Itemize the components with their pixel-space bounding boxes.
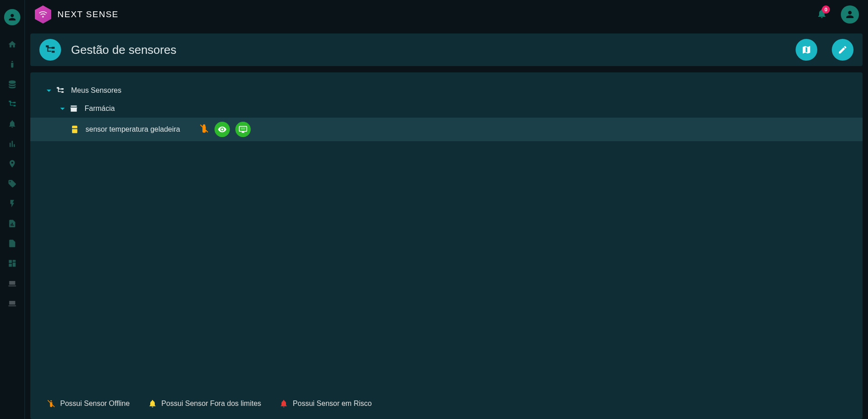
home-icon: [8, 40, 17, 49]
map-button[interactable]: [796, 39, 817, 61]
legend-offline: Possui Sensor Offline: [47, 399, 130, 408]
sidebar-item-device2[interactable]: [3, 294, 21, 312]
sidebar: [0, 0, 25, 419]
bar-chart-icon: [8, 139, 17, 148]
sidebar-item-database[interactable]: [3, 75, 21, 93]
legend-out-of-limits-label: Possui Sensor Fora dos limites: [162, 400, 262, 408]
sidebar-item-bolt[interactable]: [3, 195, 21, 213]
view-sensor-button[interactable]: [215, 122, 230, 137]
legend-out-of-limits: Possui Sensor Fora dos limites: [148, 399, 262, 408]
sidebar-item-tag[interactable]: [3, 175, 21, 193]
tree-group-label: Farmácia: [85, 105, 115, 113]
database-icon: [8, 80, 17, 89]
tree-icon: [8, 100, 17, 109]
tree-node-icon: [56, 86, 65, 95]
brand-logo[interactable]: [34, 5, 52, 24]
tree-sensor-row[interactable]: sensor temperatura geladeira: [30, 118, 863, 141]
sidebar-item-tree[interactable]: [3, 95, 21, 113]
pencil-icon: [838, 45, 848, 55]
bell-icon: [148, 399, 157, 408]
person-icon: [844, 9, 855, 20]
topbar: NEXT SENSE 0: [25, 0, 868, 29]
tag-icon: [8, 179, 17, 188]
edit-button[interactable]: [832, 39, 854, 61]
sidebar-item-remote[interactable]: [3, 55, 21, 73]
caret-down-icon: [47, 90, 51, 92]
bell-icon: [279, 399, 288, 408]
sidebar-item-location[interactable]: [3, 155, 21, 173]
tree-root-label: Meus Sensores: [71, 86, 121, 95]
sidebar-item-file-chart[interactable]: [3, 214, 21, 233]
remote-icon: [8, 60, 17, 69]
legend-at-risk: Possui Sensor em Risco: [279, 399, 372, 408]
eye-icon: [218, 125, 227, 134]
tree-sensor-label: sensor temperatura geladeira: [86, 125, 180, 133]
page-title: Gestão de sensores: [71, 43, 176, 57]
bell-icon: [8, 119, 17, 129]
map-icon: [801, 45, 811, 55]
file-chart-icon: [8, 219, 17, 228]
brand-text: NEXT SENSE: [57, 10, 119, 19]
legend-at-risk-label: Possui Sensor em Risco: [293, 400, 372, 408]
user-menu-button[interactable]: [841, 5, 859, 24]
sidebar-item-bell[interactable]: [3, 115, 21, 133]
sensor-offline-icon: [199, 124, 209, 135]
sidebar-avatar[interactable]: [4, 9, 20, 25]
monitor-icon: [238, 125, 248, 134]
sensor-offline-icon: [47, 399, 56, 408]
fridge-icon: [70, 125, 79, 134]
device-icon: [8, 299, 17, 308]
wifi-icon: [38, 10, 48, 19]
store-icon: [69, 104, 78, 113]
sensor-tree: Meus Sensores Farmácia sensor tempe: [30, 81, 863, 388]
sidebar-item-device1[interactable]: [3, 274, 21, 292]
tree-group[interactable]: Farmácia: [30, 100, 863, 118]
sidebar-item-home[interactable]: [3, 35, 21, 53]
sidebar-item-chart[interactable]: [3, 135, 21, 153]
sidebar-item-file[interactable]: [3, 234, 21, 252]
tree-icon: [56, 86, 65, 95]
notifications-badge: 0: [822, 5, 830, 14]
page-header: Gestão de sensores: [30, 33, 863, 66]
location-icon: [8, 159, 17, 168]
tree-root[interactable]: Meus Sensores: [30, 81, 863, 100]
monitor-sensor-button[interactable]: [235, 122, 251, 137]
sidebar-item-dashboard[interactable]: [3, 254, 21, 272]
notifications-button[interactable]: 0: [816, 8, 827, 21]
tree-icon: [44, 44, 56, 56]
person-icon: [7, 12, 17, 22]
legend-offline-label: Possui Sensor Offline: [60, 400, 130, 408]
caret-down-icon: [60, 108, 65, 110]
file-icon: [8, 239, 17, 248]
dashboard-icon: [8, 259, 17, 268]
sensor-tree-panel: Meus Sensores Farmácia sensor tempe: [30, 72, 863, 419]
legend: Possui Sensor Offline Possui Sensor Fora…: [30, 388, 863, 419]
page-header-icon: [39, 39, 61, 61]
bolt-icon: [8, 199, 17, 208]
device-icon: [8, 279, 17, 288]
